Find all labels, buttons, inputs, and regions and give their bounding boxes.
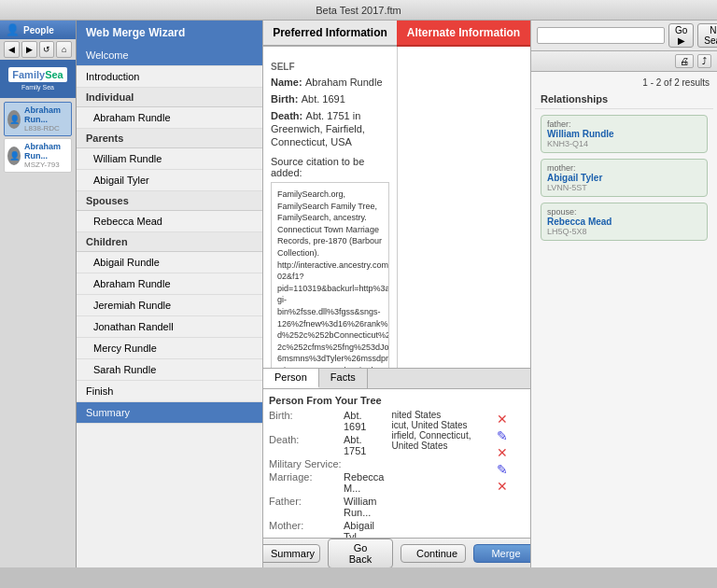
fs-logo: FamilySea Family Sea: [8, 67, 66, 91]
fact-death: Death: Abt. 1751: [269, 434, 384, 456]
fact-label-mother: Mother:: [269, 520, 344, 538]
column-headers: Preferred Information Alternate Informat…: [263, 21, 530, 47]
fact-label-birth: Birth:: [269, 410, 344, 432]
print-button[interactable]: 🖨: [675, 54, 694, 68]
merge-button[interactable]: Merge: [473, 544, 530, 563]
fact-label-marriage: Marriage:: [269, 471, 344, 494]
summary-button[interactable]: Summary: [263, 544, 320, 563]
right-content: 1 - 2 of 2 results Relationships father:…: [531, 72, 717, 567]
wizard-panel: Web Merge Wizard Welcome Introduction In…: [77, 21, 263, 567]
wizard-nav-abigail-rundle[interactable]: Abigail Rundle: [77, 252, 262, 273]
refresh-button[interactable]: ↺: [39, 41, 55, 58]
avatar-1: 👤: [7, 110, 21, 129]
bottom-buttons: Summary Go Back Continue Merge: [263, 538, 530, 567]
wizard-nav-jeremiah-rundle[interactable]: Jeremiah Rundle: [77, 295, 262, 316]
wizard-nav-summary[interactable]: Summary: [77, 402, 262, 424]
wizard-nav-rebecca-mead[interactable]: Rebecca Mead: [77, 211, 262, 232]
person-name-2: Abraham Run...: [24, 142, 68, 161]
person-card-1[interactable]: 👤 Abraham Run... L838-RDC: [4, 102, 72, 136]
wizard-nav-mercy-rundle[interactable]: Mercy Rundle: [77, 338, 262, 359]
wizard-nav-abigail-tyler[interactable]: Abigail Tyler: [77, 170, 262, 191]
right-fact-3: irfield, Connecticut, United States: [391, 430, 489, 451]
name-value: Abraham Rundle: [305, 77, 383, 88]
death-label: Death:: [271, 110, 302, 121]
source-citation-label: Source citation to be added:: [271, 156, 389, 178]
bottom-tabs: Person Facts: [263, 368, 530, 388]
home-button[interactable]: ⌂: [56, 41, 72, 58]
forward-button[interactable]: ▶: [21, 41, 37, 58]
right-panel: Go ▶ New Search 🖨 ⤴ 1 - 2 of 2 results R…: [530, 21, 717, 567]
preferred-header: Preferred Information: [263, 21, 397, 47]
go-button[interactable]: Go ▶: [668, 23, 694, 48]
spouse-id: LH5Q-5X8: [547, 227, 701, 236]
name-label: Name:: [271, 77, 302, 88]
facts-section-title: Person From Your Tree: [269, 395, 525, 406]
birth-field-row: Birth: Abt. 1691: [271, 92, 389, 105]
spouse-role: spouse:: [547, 207, 701, 217]
father-id: KNH3-Q14: [547, 139, 701, 148]
avatar-2: 👤: [7, 147, 21, 165]
tab-person[interactable]: Person: [263, 369, 319, 388]
wizard-section-parents: Parents: [77, 129, 262, 148]
title-bar: Beta Test 2017.ftm: [0, 0, 717, 21]
app-title: Beta Test 2017.ftm: [316, 5, 401, 16]
wizard-nav-introduction[interactable]: Introduction: [77, 66, 262, 88]
mother-name[interactable]: Abigail Tyler: [547, 173, 701, 183]
tab-facts[interactable]: Facts: [319, 369, 368, 388]
self-label: SELF: [271, 62, 389, 72]
person-list: 👤 Abraham Run... L838-RDC 👤 Abraham Run.…: [0, 98, 76, 176]
share-button[interactable]: ⤴: [697, 54, 711, 68]
back-button[interactable]: ◀: [4, 41, 20, 58]
fact-value-birth: Abt. 1691: [344, 410, 384, 432]
wizard-nav: Welcome Introduction Individual Abraham …: [77, 45, 262, 567]
fact-value-mother: Abigail Tyl...: [344, 520, 384, 538]
fact-value-death: Abt. 1751: [344, 434, 384, 456]
fact-mother: Mother: Abigail Tyl...: [269, 520, 384, 538]
fact-value-military: [344, 458, 384, 469]
father-name[interactable]: William Rundle: [547, 129, 701, 139]
people-tab-header: 👤 People: [0, 21, 76, 39]
wizard-nav-sarah-rundle[interactable]: Sarah Rundle: [77, 359, 262, 381]
new-search-button[interactable]: New Search: [697, 23, 717, 48]
person-name-1: Abraham Run...: [24, 105, 68, 124]
fact-label-father: Father:: [269, 496, 344, 518]
info-body: SELF Name: Abraham Rundle Birth: Abt. 16…: [263, 47, 530, 368]
fact-label-death: Death:: [269, 434, 344, 456]
right-fact-1: nited States: [391, 410, 489, 420]
go-back-button[interactable]: Go Back: [328, 539, 393, 568]
search-input[interactable]: [537, 27, 665, 44]
wizard-nav-abraham-rundle2[interactable]: Abraham Rundle: [77, 273, 262, 295]
main-content: Preferred Information Alternate Informat…: [263, 21, 530, 567]
fact-value-father: William Run...: [344, 496, 384, 518]
wizard-section-children: Children: [77, 232, 262, 252]
bottom-panel: Person From Your Tree Birth: Abt. 1691 D…: [263, 388, 530, 538]
person-card-2[interactable]: 👤 Abraham Run... MSZY-793: [4, 138, 72, 173]
wizard-section-individual: Individual: [77, 88, 262, 107]
fact-value-marriage: Rebecca M...: [344, 471, 384, 494]
delete-icon-3[interactable]: ✕: [497, 479, 525, 494]
wizard-nav-abraham-rundle[interactable]: Abraham Rundle: [77, 107, 262, 129]
wizard-nav-finish[interactable]: Finish: [77, 381, 262, 402]
birth-value: Abt. 1691: [302, 93, 345, 105]
father-role: father:: [547, 119, 701, 129]
preferred-column: SELF Name: Abraham Rundle Birth: Abt. 16…: [263, 47, 398, 368]
spouse-name[interactable]: Rebecca Mead: [547, 217, 701, 227]
birth-label: Birth:: [271, 93, 298, 105]
fact-label-military: Military Service:: [269, 458, 344, 469]
fact-birth: Birth: Abt. 1691: [269, 410, 384, 432]
edit-icon-2[interactable]: ✎: [497, 462, 525, 477]
wizard-header: Web Merge Wizard: [77, 21, 262, 45]
result-count: 1 - 2 of 2 results: [535, 76, 713, 90]
edit-icon-1[interactable]: ✎: [497, 428, 525, 443]
fact-father: Father: William Run...: [269, 496, 384, 518]
wizard-nav-william-rundle[interactable]: William Rundle: [77, 148, 262, 170]
wizard-nav-jonathan-randell[interactable]: Jonathan Randell: [77, 316, 262, 338]
right-fact-2: icut, United States: [391, 420, 489, 430]
person-id-2: MSZY-793: [24, 161, 68, 169]
continue-button[interactable]: Continue: [401, 544, 466, 563]
fact-military: Military Service:: [269, 458, 384, 469]
wizard-nav-welcome[interactable]: Welcome: [77, 45, 262, 66]
person-id-1: L838-RDC: [24, 124, 68, 133]
delete-icon-2[interactable]: ✕: [497, 445, 525, 460]
delete-icon-1[interactable]: ✕: [497, 412, 525, 427]
